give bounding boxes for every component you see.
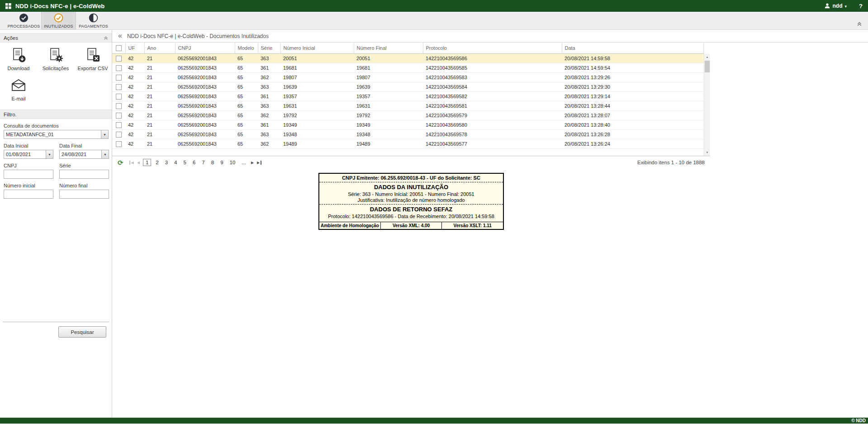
column-header-serie[interactable]: Série — [258, 43, 280, 53]
table-row[interactable]: 4221062556920018436536119349193491422100… — [112, 120, 704, 129]
page-7[interactable]: 7 — [200, 159, 206, 166]
chevron-down-icon[interactable]: ▼ — [46, 150, 53, 158]
tab-inutilizados[interactable]: INUTILIZADOS — [41, 12, 76, 29]
table-row[interactable]: 4221062556920018436536319639196391422100… — [112, 82, 704, 91]
data-inicial-picker[interactable]: ▼ — [4, 150, 53, 159]
breadcrumb-text: NDD i-Docs NFC-e | e-ColdWeb - Documento… — [127, 33, 269, 39]
user-caret-icon[interactable]: ▾ — [845, 4, 847, 9]
tab-label: INUTILIZADOS — [44, 24, 73, 29]
numero-inicial-label: Número inicial — [4, 183, 53, 188]
column-header-numero-inicial[interactable]: Número Inicial — [280, 43, 354, 53]
scroll-down-icon[interactable]: ▼ — [704, 149, 710, 156]
action-solicitacoes[interactable]: Solicitações — [37, 47, 74, 71]
row-checkbox[interactable] — [116, 56, 122, 62]
row-checkbox[interactable] — [116, 122, 122, 128]
scroll-up-icon[interactable]: ▲ — [704, 54, 710, 60]
table-cell: 363 — [258, 82, 280, 91]
consulta-select[interactable]: ▼ — [4, 130, 109, 139]
numero-inicial-input[interactable] — [4, 190, 53, 199]
page-2[interactable]: 2 — [154, 159, 160, 166]
select-all-checkbox[interactable] — [116, 45, 122, 51]
row-checkbox[interactable] — [116, 141, 122, 147]
table-row[interactable]: 4221062556920018436536119681196811422100… — [112, 63, 704, 72]
table-row[interactable]: 4221062556920018436536119357193571422100… — [112, 91, 704, 101]
data-inicial-input[interactable] — [4, 150, 46, 158]
column-header-cnpj[interactable]: CNPJ — [175, 43, 235, 53]
last-page-icon[interactable]: ▶ — [257, 161, 261, 165]
action-label: E-mail — [11, 96, 25, 101]
user-menu[interactable]: ndd — [833, 3, 843, 9]
collapse-actions-icon[interactable] — [104, 36, 108, 40]
row-checkbox[interactable] — [116, 65, 122, 71]
table-cell: 19489 — [280, 139, 354, 148]
action-email[interactable]: E-mail — [0, 77, 37, 101]
table-row[interactable]: 4221062556920018436536319631196311422100… — [112, 101, 704, 110]
table-cell: 19792 — [354, 110, 423, 120]
help-icon[interactable]: ? — [859, 3, 863, 10]
table-cell: 65 — [235, 101, 258, 110]
refresh-icon[interactable]: ⟳ — [118, 159, 123, 166]
column-header-ano[interactable]: Ano — [144, 43, 175, 53]
preview-emitente: CNPJ Emitente: 06.255.692/0018-43 - UF d… — [319, 174, 503, 182]
table-row[interactable]: 4221062556920018436536320051200511422100… — [112, 53, 704, 63]
row-checkbox[interactable] — [116, 84, 122, 90]
table-row[interactable]: 4221062556920018436536219807198071422100… — [112, 72, 704, 82]
table-cell: 19349 — [280, 120, 354, 129]
chevron-down-icon[interactable]: ▼ — [101, 130, 108, 138]
cnpj-input[interactable] — [4, 170, 53, 179]
consulta-input[interactable] — [4, 130, 101, 138]
next-page-icon[interactable]: ▶ — [251, 161, 254, 165]
row-checkbox[interactable] — [116, 132, 122, 138]
pesquisar-button[interactable]: Pesquisar — [58, 326, 106, 338]
page-9[interactable]: 9 — [218, 159, 225, 166]
main-content: « NDD i-Docs NFC-e | e-ColdWeb - Documen… — [112, 30, 868, 418]
prev-page-icon[interactable]: ◀ — [137, 161, 140, 165]
table-cell: 42 — [125, 110, 144, 120]
table-row[interactable]: 4221062556920018436536219489194891422100… — [112, 139, 704, 148]
row-checkbox[interactable] — [116, 94, 122, 100]
column-header-modelo[interactable]: Modelo — [235, 43, 258, 53]
row-checkbox[interactable] — [116, 75, 122, 81]
column-header-data[interactable]: Data — [562, 43, 704, 53]
page-10[interactable]: 10 — [228, 159, 237, 166]
table-row[interactable]: 4221062556920018436536219792197921422100… — [112, 110, 704, 120]
table-cell: 362 — [258, 139, 280, 148]
preview-section-sefaz: DADOS DE RETORNO SEFAZ Protocolo: 142210… — [319, 205, 503, 220]
table-cell: 19489 — [354, 139, 423, 148]
apps-grid-icon[interactable] — [5, 3, 11, 9]
table-cell: 42 — [125, 53, 144, 63]
collapse-sidebar-icon[interactable]: « — [118, 32, 122, 39]
page-ellipsis[interactable]: ... — [240, 159, 248, 166]
table-cell: 20051 — [280, 53, 354, 63]
serie-input[interactable] — [59, 170, 109, 179]
row-checkbox[interactable] — [116, 113, 122, 119]
page-1[interactable]: 1 — [143, 159, 151, 166]
table-row[interactable]: 4221062556920018436536319348193481422100… — [112, 129, 704, 139]
scroll-thumb[interactable] — [705, 61, 710, 72]
action-download[interactable]: Download — [0, 47, 37, 71]
numero-final-input[interactable] — [59, 190, 109, 199]
page-5[interactable]: 5 — [182, 159, 188, 166]
data-final-input[interactable] — [60, 150, 101, 158]
page-6[interactable]: 6 — [191, 159, 197, 166]
page-3[interactable]: 3 — [163, 159, 170, 166]
column-header-numero-final[interactable]: Número Final — [354, 43, 423, 53]
chevron-down-icon[interactable]: ▼ — [101, 150, 109, 158]
action-exportar-csv[interactable]: Exportar CSV — [74, 47, 111, 71]
first-page-icon[interactable]: ◀ — [129, 161, 134, 165]
tab-pagamentos[interactable]: PAGAMENTOS — [76, 12, 111, 29]
page-4[interactable]: 4 — [172, 159, 179, 166]
page-8[interactable]: 8 — [209, 159, 216, 166]
row-checkbox-cell — [112, 101, 125, 110]
vertical-scrollbar[interactable]: ▲ ▼ — [704, 54, 710, 156]
table-cell: 20/08/2021 13:28:40 — [562, 120, 704, 129]
data-final-picker[interactable]: ▼ — [59, 150, 109, 159]
tab-processados[interactable]: PROCESSADOS — [6, 12, 41, 29]
column-header-uf[interactable]: UF — [125, 43, 144, 53]
collapse-ribbon-icon[interactable] — [857, 21, 862, 27]
row-checkbox[interactable] — [116, 103, 122, 109]
divider — [3, 322, 109, 322]
column-header-protocolo[interactable]: Protocolo — [423, 43, 562, 53]
preview-serie-line: Série: 363 - Numero Inicial: 20051 - Num… — [319, 191, 503, 197]
preview-footer-cell: Ambiente de Homologação — [319, 222, 381, 229]
